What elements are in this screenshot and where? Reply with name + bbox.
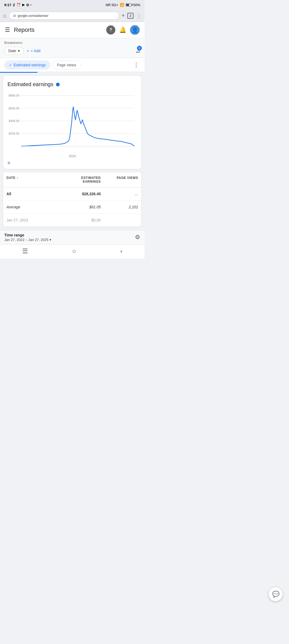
metric-tabs: ✓ Estimated earnings Page views ⋮: [0, 58, 144, 72]
url-text: google.com/adsense/: [18, 14, 48, 18]
tab-estimated-earnings[interactable]: ✓ Estimated earnings: [4, 60, 50, 70]
table-row: Jan 27, 2023 $0.00: [3, 214, 141, 227]
circle-icon: ◎: [26, 3, 29, 7]
hamburger-icon[interactable]: ☰: [5, 26, 10, 33]
nav-bar: ☰ ○ ‹: [0, 244, 144, 259]
col-earnings-header: Estimated earnings: [55, 172, 104, 187]
app-header: ☰ Reports ? 🔔 👤: [0, 22, 144, 38]
cell-last-pageviews: [104, 214, 141, 227]
alarm-icon: ⏰: [17, 3, 21, 7]
browser-bar: ⌂ ⊙ google.com/adsense/ + 2 ⋮: [0, 10, 144, 22]
more-tabs-icon[interactable]: ⋮: [132, 60, 140, 70]
cell-avg-date: Average: [3, 201, 55, 213]
tab-estimated-earnings-label: Estimated earnings: [14, 63, 46, 67]
status-right: NR 5G+ 📶 50%: [106, 3, 140, 7]
chart-header: Estimated earnings: [7, 81, 137, 87]
tab-page-views[interactable]: Page views: [52, 60, 81, 70]
filter-badge: 0: [137, 46, 142, 51]
status-left: 9:17 Z ⏰ ▶ ◎ •: [4, 3, 32, 7]
status-time: 9:17: [4, 3, 11, 7]
filter-badge-button[interactable]: ⊿ 0: [135, 47, 140, 54]
filter-bar: Breakdowns: Date ▾ + + Add ⊿ 0: [0, 38, 144, 58]
data-table: DATE ↑ Estimated earnings Page views All…: [3, 172, 141, 227]
youtube-icon: ▶: [22, 3, 25, 7]
time-range-info: Time range Jan 27, 2022 – Jan 27, 2025 ▾: [4, 233, 51, 242]
checkmark-icon: ✓: [9, 63, 12, 67]
time-range-value[interactable]: Jan 27, 2022 – Jan 27, 2025 ▾: [4, 238, 51, 242]
bottom-bar: Time range Jan 27, 2022 – Jan 27, 2025 ▾…: [0, 230, 144, 244]
bell-icon[interactable]: 🔔: [119, 26, 126, 33]
svg-text:$600.00: $600.00: [9, 107, 19, 110]
chart-color-dot: [56, 83, 60, 86]
table-row: Average $61.05 2,101: [3, 201, 141, 214]
table-header: DATE ↑ Estimated earnings Page views: [3, 172, 141, 187]
header-actions: ? 🔔 👤: [106, 25, 140, 35]
cell-last-earnings: $0.00: [55, 214, 104, 227]
date-button[interactable]: Date ▾: [4, 47, 24, 55]
breakdowns-label: Breakdowns:: [4, 41, 140, 45]
chart-svg: $800.00 $600.00 $400.00 $200.00: [7, 93, 137, 152]
cell-all-earnings: $28,326.45: [55, 187, 104, 200]
nav-menu-icon[interactable]: ☰: [22, 247, 28, 255]
chart-area: $800.00 $600.00 $400.00 $200.00 2024: [7, 93, 137, 158]
chart-x-label: 2024: [7, 154, 137, 158]
svg-text:$400.00: $400.00: [9, 119, 19, 122]
page-title: Reports: [14, 26, 102, 33]
battery-text: 50%: [133, 3, 140, 7]
chart-footer: ≡: [7, 160, 137, 166]
tab-count[interactable]: 2: [127, 13, 134, 19]
nav-back-icon[interactable]: ‹: [120, 247, 122, 255]
home-icon[interactable]: ⌂: [3, 13, 6, 19]
table-row: All $28,326.45 ...: [3, 187, 141, 201]
chevron-down-icon: ▾: [18, 49, 20, 53]
add-breakdown-button[interactable]: + + Add: [27, 49, 40, 53]
add-label: + Add: [31, 49, 40, 53]
url-bar[interactable]: ⊙ google.com/adsense/: [9, 12, 119, 20]
avatar[interactable]: 👤: [130, 25, 140, 35]
dot-icon: •: [31, 3, 32, 6]
nav-home-icon[interactable]: ○: [72, 247, 76, 255]
chevron-down-icon: ▾: [50, 238, 51, 242]
svg-text:$200.00: $200.00: [9, 132, 19, 135]
more-menu-icon[interactable]: ⋮: [136, 13, 141, 19]
tab-page-views-label: Page views: [57, 63, 76, 67]
cell-all-pageviews: ...: [104, 187, 141, 200]
tab-active-indicator: [0, 72, 37, 73]
col-pageviews-header: Page views: [104, 172, 141, 187]
battery-icon: [126, 3, 132, 6]
time-range-label: Time range: [4, 233, 51, 237]
plus-icon: +: [27, 49, 29, 53]
chart-title: Estimated earnings: [7, 81, 53, 87]
browser-actions: + 2 ⋮: [122, 13, 141, 19]
chart-card: Estimated earnings $800.00 $600.00 $400.…: [3, 76, 141, 169]
sort-arrow-icon: ↑: [17, 176, 18, 180]
svg-text:$800.00: $800.00: [9, 94, 19, 97]
settings-icon[interactable]: ⚙: [135, 234, 140, 241]
col-date-header: DATE ↑: [3, 172, 55, 187]
cell-all-date: All: [3, 187, 55, 200]
cell-last-date: Jan 27, 2023: [3, 214, 55, 227]
security-icon: ⊙: [13, 14, 16, 18]
date-label: Date: [8, 49, 16, 53]
cell-avg-earnings: $61.05: [55, 201, 104, 213]
help-icon[interactable]: ?: [106, 25, 115, 34]
signal-bars: 📶: [120, 3, 124, 7]
filter-left: Date ▾ + + Add: [4, 47, 40, 55]
signal-text: NR 5G+: [106, 3, 118, 7]
z-icon: Z: [13, 3, 15, 7]
new-tab-icon[interactable]: +: [122, 13, 125, 19]
chart-menu-icon[interactable]: ≡: [7, 160, 10, 166]
cell-avg-pageviews: 2,101: [104, 201, 141, 213]
status-bar: 9:17 Z ⏰ ▶ ◎ • NR 5G+ 📶 50%: [0, 0, 144, 10]
filter-row: Date ▾ + + Add ⊿ 0: [4, 47, 140, 55]
